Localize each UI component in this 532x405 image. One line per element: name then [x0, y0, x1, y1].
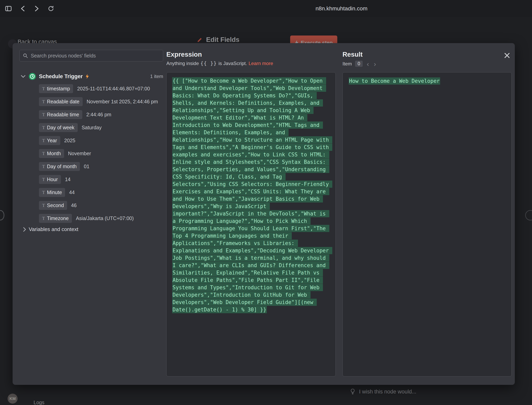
- field-pill[interactable]: TSecond: [39, 201, 67, 210]
- variables-section-label: Variables and context: [29, 226, 78, 232]
- schedule-trigger-icon: [28, 73, 36, 80]
- text-type-icon: T: [42, 86, 45, 91]
- field-pill[interactable]: TTimezone: [39, 214, 72, 223]
- field-name: Year: [47, 138, 57, 143]
- learn-more-link[interactable]: Learn more: [249, 61, 273, 66]
- item-count: 1 item: [150, 74, 163, 79]
- field-value: 44: [69, 189, 75, 195]
- field-value: 14: [65, 176, 70, 182]
- result-title: Result: [343, 51, 363, 58]
- field-pill[interactable]: TDay of week: [39, 123, 78, 132]
- field-list: Ttimestamp 2025-11-01T14:44:46.807+07:00…: [39, 82, 179, 225]
- text-type-icon: T: [42, 164, 45, 169]
- text-type-icon: T: [42, 203, 45, 208]
- sidebar-toggle-icon: [5, 6, 12, 11]
- field-row[interactable]: Ttimestamp 2025-11-01T14:44:46.807+07:00: [39, 82, 179, 95]
- expression-code-editor[interactable]: {{ ["How to Become a Web Developer","How…: [166, 72, 336, 377]
- field-value: 2025: [64, 138, 76, 143]
- field-row[interactable]: TMinute 44: [39, 186, 179, 199]
- reload-icon: [48, 5, 54, 12]
- field-row[interactable]: THour 14: [39, 173, 179, 186]
- field-name: Hour: [47, 176, 58, 182]
- field-value: 01: [84, 164, 90, 169]
- browser-toolbar: n8n.khmuhtadin.com: [0, 0, 532, 17]
- text-type-icon: T: [42, 125, 45, 130]
- close-button[interactable]: [502, 51, 512, 60]
- field-name: Month: [47, 151, 61, 156]
- field-row[interactable]: TTimezone Asia/Jakarta (UTC+07:00): [39, 212, 179, 225]
- back-icon: [21, 6, 25, 12]
- search-icon: [23, 53, 28, 58]
- node-name: Schedule Trigger: [39, 74, 83, 80]
- field-value: November: [68, 151, 91, 156]
- field-pill[interactable]: THour: [39, 175, 61, 184]
- field-pill[interactable]: TDay of month: [39, 162, 80, 171]
- subtitle-braces: {{ }}: [200, 61, 217, 66]
- field-pill[interactable]: Ttimestamp: [39, 84, 73, 93]
- browser-reload-button[interactable]: [46, 4, 55, 13]
- close-icon: [504, 53, 510, 58]
- text-type-icon: T: [42, 112, 45, 117]
- text-type-icon: T: [42, 216, 45, 221]
- item-label: Item: [343, 61, 352, 67]
- expression-highlight: {{ ["How to Become a Web Developer","How…: [172, 77, 332, 313]
- field-row[interactable]: TReadable time 2:44:46 pm: [39, 108, 179, 121]
- field-pill[interactable]: TMinute: [39, 188, 65, 197]
- search-box: [19, 50, 163, 61]
- schedule-trigger-node-row[interactable]: Schedule Trigger 1 item: [21, 71, 163, 81]
- field-pill[interactable]: TReadable time: [39, 110, 82, 119]
- browser-window: n8n.khmuhtadin.com Back to canvas Edit F…: [0, 0, 532, 405]
- field-name: Timezone: [47, 216, 69, 221]
- next-item-button[interactable]: ›: [373, 61, 377, 66]
- field-name: Second: [47, 202, 64, 208]
- field-row[interactable]: TSecond 46: [39, 199, 179, 212]
- expression-code: {{ ["How to Become a Web Developer","How…: [172, 77, 330, 313]
- field-row[interactable]: TDay of week Saturday: [39, 121, 179, 134]
- subtitle-prefix: Anything inside: [166, 61, 199, 66]
- field-name: Readable date: [47, 99, 79, 105]
- subtitle-suffix: is JavaScript.: [219, 61, 247, 66]
- chevron-right-icon: [23, 227, 26, 232]
- text-type-icon: T: [42, 190, 45, 195]
- expression-title: Expression: [166, 51, 202, 58]
- field-value: November 1st 2025, 2:44:46 pm: [87, 99, 158, 105]
- search-input[interactable]: [31, 53, 160, 59]
- field-row[interactable]: TReadable date November 1st 2025, 2:44:4…: [39, 95, 179, 108]
- variables-and-context-section[interactable]: Variables and context: [23, 226, 78, 232]
- field-name: Day of week: [47, 125, 75, 130]
- text-type-icon: T: [42, 99, 45, 104]
- field-row[interactable]: TMonth November: [39, 147, 179, 160]
- sidebar-toggle-button[interactable]: [4, 4, 13, 13]
- item-index: 0: [355, 61, 363, 67]
- address-bar[interactable]: n8n.khmuhtadin.com: [316, 5, 367, 12]
- browser-forward-button[interactable]: [32, 4, 41, 13]
- field-pill[interactable]: TReadable date: [39, 97, 83, 106]
- field-value: Asia/Jakarta (UTC+07:00): [76, 216, 134, 221]
- field-pill[interactable]: TYear: [39, 136, 60, 145]
- field-name: Day of month: [47, 164, 77, 169]
- field-name: Minute: [47, 189, 62, 195]
- browser-back-button[interactable]: [18, 4, 27, 13]
- field-row[interactable]: TDay of month 01: [39, 160, 179, 173]
- field-name: timestamp: [47, 86, 70, 92]
- field-row[interactable]: TYear 2025: [39, 134, 179, 147]
- expression-editor-modal: Schedule Trigger 1 item Ttimestamp 2025-…: [13, 43, 515, 385]
- result-pager: Item 0 ‹ ›: [343, 61, 377, 67]
- expression-subtitle: Anything inside {{ }} is JavaScript. Lea…: [166, 61, 273, 66]
- text-type-icon: T: [42, 138, 45, 143]
- forward-icon: [35, 6, 39, 12]
- field-name: Readable time: [47, 112, 79, 117]
- field-value: 2025-11-01T14:44:46.807+07:00: [77, 86, 150, 92]
- trigger-bolt-icon: [85, 74, 89, 79]
- text-type-icon: T: [42, 177, 45, 182]
- result-output: How to Become a Web Developer: [343, 72, 512, 377]
- result-value: How to Become a Web Developer: [349, 77, 440, 85]
- previous-item-button[interactable]: ‹: [366, 61, 370, 66]
- chevron-down-icon[interactable]: [21, 75, 26, 78]
- text-type-icon: T: [42, 151, 45, 156]
- field-pill[interactable]: TMonth: [39, 149, 64, 158]
- field-value: 2:44:46 pm: [86, 112, 111, 117]
- field-value: Saturday: [82, 125, 102, 130]
- field-value: 46: [71, 202, 77, 208]
